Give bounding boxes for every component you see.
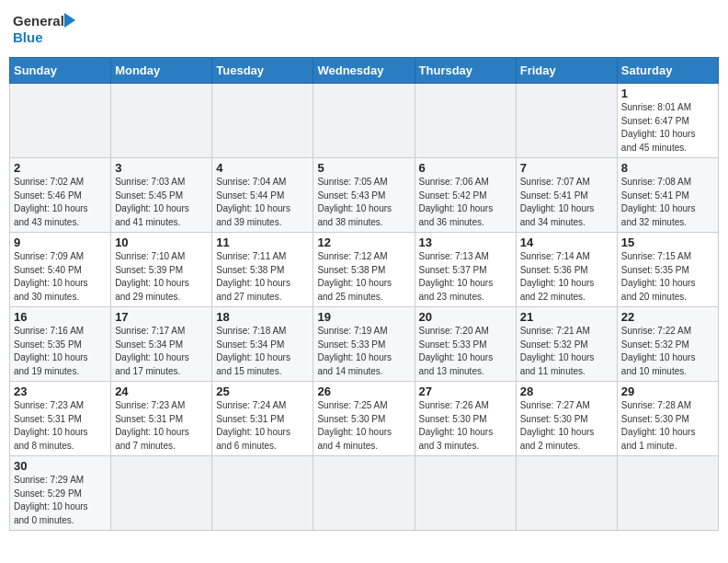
day-info: Sunrise: 7:16 AM Sunset: 5:35 PM Dayligh… bbox=[14, 325, 107, 378]
day-number: 16 bbox=[14, 310, 107, 324]
day-info: Sunrise: 7:09 AM Sunset: 5:40 PM Dayligh… bbox=[14, 250, 107, 304]
day-info: Sunrise: 7:21 AM Sunset: 5:32 PM Dayligh… bbox=[520, 325, 613, 378]
day-info: Sunrise: 7:04 AM Sunset: 5:44 PM Dayligh… bbox=[216, 176, 309, 229]
calendar-day-cell: 27Sunrise: 7:26 AM Sunset: 5:30 PM Dayli… bbox=[415, 382, 516, 456]
logo: General Blue bbox=[13, 9, 77, 50]
calendar-day-cell: 5Sunrise: 7:05 AM Sunset: 5:43 PM Daylig… bbox=[313, 158, 415, 233]
day-number: 30 bbox=[14, 459, 107, 473]
day-info: Sunrise: 7:14 AM Sunset: 5:36 PM Dayligh… bbox=[520, 250, 613, 304]
calendar-day-cell: 3Sunrise: 7:03 AM Sunset: 5:45 PM Daylig… bbox=[111, 158, 212, 233]
calendar-day-cell: 21Sunrise: 7:21 AM Sunset: 5:32 PM Dayli… bbox=[516, 307, 617, 382]
calendar-day-cell bbox=[111, 84, 212, 158]
day-info: Sunrise: 7:29 AM Sunset: 5:29 PM Dayligh… bbox=[14, 474, 107, 527]
calendar-day-cell bbox=[516, 84, 617, 158]
day-info: Sunrise: 7:08 AM Sunset: 5:41 PM Dayligh… bbox=[621, 176, 714, 229]
day-info: Sunrise: 7:17 AM Sunset: 5:34 PM Dayligh… bbox=[115, 325, 208, 378]
day-info: Sunrise: 7:22 AM Sunset: 5:32 PM Dayligh… bbox=[621, 325, 714, 378]
calendar-day-cell bbox=[313, 456, 415, 531]
day-of-week-header: Monday bbox=[111, 58, 212, 84]
logo-svg: General Blue bbox=[13, 9, 77, 50]
day-number: 25 bbox=[216, 385, 309, 398]
day-of-week-header: Thursday bbox=[415, 58, 516, 84]
day-info: Sunrise: 7:28 AM Sunset: 5:30 PM Dayligh… bbox=[621, 399, 714, 453]
calendar-day-cell bbox=[212, 84, 313, 158]
day-info: Sunrise: 7:06 AM Sunset: 5:42 PM Dayligh… bbox=[419, 176, 512, 229]
calendar-day-cell: 2Sunrise: 7:02 AM Sunset: 5:46 PM Daylig… bbox=[10, 158, 111, 233]
day-info: Sunrise: 7:12 AM Sunset: 5:38 PM Dayligh… bbox=[317, 250, 410, 304]
calendar-day-cell bbox=[212, 456, 313, 531]
calendar-week-row: 30Sunrise: 7:29 AM Sunset: 5:29 PM Dayli… bbox=[10, 456, 719, 531]
day-of-week-header: Tuesday bbox=[212, 58, 313, 84]
day-info: Sunrise: 7:25 AM Sunset: 5:30 PM Dayligh… bbox=[317, 399, 410, 453]
day-number: 11 bbox=[216, 236, 309, 249]
calendar-day-cell: 13Sunrise: 7:13 AM Sunset: 5:37 PM Dayli… bbox=[415, 233, 516, 307]
day-number: 14 bbox=[520, 236, 613, 249]
day-info: Sunrise: 7:10 AM Sunset: 5:39 PM Dayligh… bbox=[115, 250, 208, 304]
calendar-day-cell: 24Sunrise: 7:23 AM Sunset: 5:31 PM Dayli… bbox=[111, 382, 212, 456]
calendar-day-cell: 28Sunrise: 7:27 AM Sunset: 5:30 PM Dayli… bbox=[516, 382, 617, 456]
calendar-day-cell: 29Sunrise: 7:28 AM Sunset: 5:30 PM Dayli… bbox=[617, 382, 718, 456]
day-info: Sunrise: 7:23 AM Sunset: 5:31 PM Dayligh… bbox=[14, 399, 107, 453]
day-info: Sunrise: 7:07 AM Sunset: 5:41 PM Dayligh… bbox=[520, 176, 613, 229]
day-info: Sunrise: 7:20 AM Sunset: 5:33 PM Dayligh… bbox=[419, 325, 512, 378]
day-info: Sunrise: 7:02 AM Sunset: 5:46 PM Dayligh… bbox=[14, 176, 107, 229]
day-number: 26 bbox=[317, 385, 410, 398]
day-number: 4 bbox=[216, 161, 309, 175]
day-number: 8 bbox=[621, 161, 714, 175]
calendar-week-row: 2Sunrise: 7:02 AM Sunset: 5:46 PM Daylig… bbox=[10, 158, 719, 233]
day-number: 1 bbox=[621, 86, 714, 100]
calendar-day-cell bbox=[313, 84, 415, 158]
calendar-day-cell: 25Sunrise: 7:24 AM Sunset: 5:31 PM Dayli… bbox=[212, 382, 313, 456]
day-info: Sunrise: 7:13 AM Sunset: 5:37 PM Dayligh… bbox=[419, 250, 512, 304]
svg-text:Blue: Blue bbox=[13, 29, 43, 45]
day-number: 29 bbox=[621, 385, 714, 398]
calendar-week-row: 16Sunrise: 7:16 AM Sunset: 5:35 PM Dayli… bbox=[10, 307, 719, 382]
calendar-day-cell: 19Sunrise: 7:19 AM Sunset: 5:33 PM Dayli… bbox=[313, 307, 415, 382]
calendar-day-cell: 7Sunrise: 7:07 AM Sunset: 5:41 PM Daylig… bbox=[516, 158, 617, 233]
day-info: Sunrise: 8:01 AM Sunset: 6:47 PM Dayligh… bbox=[621, 101, 714, 155]
day-info: Sunrise: 7:15 AM Sunset: 5:35 PM Dayligh… bbox=[621, 250, 714, 304]
calendar-day-cell: 12Sunrise: 7:12 AM Sunset: 5:38 PM Dayli… bbox=[313, 233, 415, 307]
day-info: Sunrise: 7:27 AM Sunset: 5:30 PM Dayligh… bbox=[520, 399, 613, 453]
day-info: Sunrise: 7:11 AM Sunset: 5:38 PM Dayligh… bbox=[216, 250, 309, 304]
calendar-day-cell: 23Sunrise: 7:23 AM Sunset: 5:31 PM Dayli… bbox=[10, 382, 111, 456]
calendar-day-cell bbox=[415, 456, 516, 531]
day-number: 10 bbox=[115, 236, 208, 249]
day-info: Sunrise: 7:23 AM Sunset: 5:31 PM Dayligh… bbox=[115, 399, 208, 453]
day-number: 17 bbox=[115, 310, 208, 324]
day-of-week-header: Saturday bbox=[617, 58, 718, 84]
calendar-day-cell: 1Sunrise: 8:01 AM Sunset: 6:47 PM Daylig… bbox=[617, 84, 718, 158]
svg-text:General: General bbox=[13, 13, 64, 29]
day-info: Sunrise: 7:24 AM Sunset: 5:31 PM Dayligh… bbox=[216, 399, 309, 453]
calendar-header-row: SundayMondayTuesdayWednesdayThursdayFrid… bbox=[10, 58, 719, 84]
calendar-day-cell bbox=[617, 456, 718, 531]
day-info: Sunrise: 7:03 AM Sunset: 5:45 PM Dayligh… bbox=[115, 176, 208, 229]
day-info: Sunrise: 7:18 AM Sunset: 5:34 PM Dayligh… bbox=[216, 325, 309, 378]
calendar-week-row: 23Sunrise: 7:23 AM Sunset: 5:31 PM Dayli… bbox=[10, 382, 719, 456]
day-info: Sunrise: 7:19 AM Sunset: 5:33 PM Dayligh… bbox=[317, 325, 410, 378]
day-number: 24 bbox=[115, 385, 208, 398]
calendar-day-cell bbox=[111, 456, 212, 531]
calendar-day-cell: 9Sunrise: 7:09 AM Sunset: 5:40 PM Daylig… bbox=[10, 233, 111, 307]
day-number: 12 bbox=[317, 236, 410, 249]
calendar-day-cell bbox=[516, 456, 617, 531]
day-number: 15 bbox=[621, 236, 714, 249]
calendar-day-cell: 22Sunrise: 7:22 AM Sunset: 5:32 PM Dayli… bbox=[617, 307, 718, 382]
calendar-day-cell: 11Sunrise: 7:11 AM Sunset: 5:38 PM Dayli… bbox=[212, 233, 313, 307]
calendar-week-row: 9Sunrise: 7:09 AM Sunset: 5:40 PM Daylig… bbox=[10, 233, 719, 307]
day-number: 19 bbox=[317, 310, 410, 324]
day-number: 21 bbox=[520, 310, 613, 324]
calendar-table: SundayMondayTuesdayWednesdayThursdayFrid… bbox=[9, 57, 719, 531]
calendar-day-cell: 15Sunrise: 7:15 AM Sunset: 5:35 PM Dayli… bbox=[617, 233, 718, 307]
day-of-week-header: Wednesday bbox=[313, 58, 415, 84]
calendar-day-cell: 30Sunrise: 7:29 AM Sunset: 5:29 PM Dayli… bbox=[10, 456, 111, 531]
day-number: 7 bbox=[520, 161, 613, 175]
calendar-day-cell: 14Sunrise: 7:14 AM Sunset: 5:36 PM Dayli… bbox=[516, 233, 617, 307]
day-number: 20 bbox=[419, 310, 512, 324]
day-number: 18 bbox=[216, 310, 309, 324]
day-number: 13 bbox=[419, 236, 512, 249]
calendar-day-cell: 17Sunrise: 7:17 AM Sunset: 5:34 PM Dayli… bbox=[111, 307, 212, 382]
calendar-day-cell bbox=[415, 84, 516, 158]
day-of-week-header: Sunday bbox=[10, 58, 111, 84]
calendar-day-cell: 6Sunrise: 7:06 AM Sunset: 5:42 PM Daylig… bbox=[415, 158, 516, 233]
